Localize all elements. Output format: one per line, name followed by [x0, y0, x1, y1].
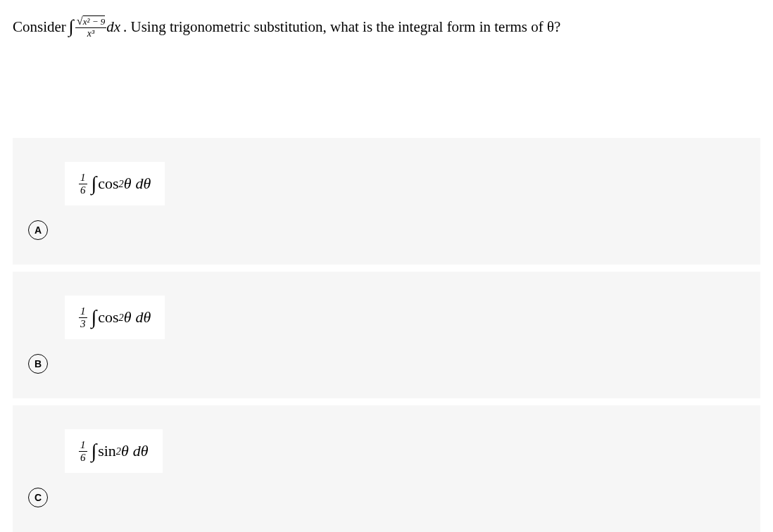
- sqrt-sign: √: [77, 15, 83, 27]
- integrand-fraction: √ x² − 9 x³: [75, 15, 106, 39]
- answer-option-b[interactable]: 1 3 ∫ cos2θ dθ B: [13, 272, 760, 398]
- question-suffix: . Using trigonometric substitution, what…: [123, 17, 560, 37]
- option-a-math: 1 6 ∫ cos2θ dθ: [65, 162, 165, 205]
- option-letter-c: C: [28, 488, 48, 507]
- integral-sign: ∫: [69, 14, 74, 39]
- question-stem: Consider ∫ √ x² − 9 x³ dx . Using trigon…: [13, 14, 760, 39]
- answer-list: 1 6 ∫ cos2θ dθ A 1 3 ∫ cos2θ dθ B 1 6 ∫: [13, 138, 760, 532]
- option-letter-a: A: [28, 220, 48, 240]
- option-c-fraction: 1 6: [79, 439, 87, 463]
- option-a-fraction: 1 6: [79, 172, 87, 196]
- option-b-fraction: 1 3: [79, 305, 87, 329]
- integral-sign: ∫: [92, 440, 97, 462]
- question-integral: ∫ √ x² − 9 x³ dx: [69, 14, 120, 39]
- sqrt-body: x² − 9: [83, 15, 105, 27]
- answer-option-a[interactable]: 1 6 ∫ cos2θ dθ A: [13, 138, 760, 265]
- question-prefix: Consider: [13, 17, 66, 37]
- answer-option-c[interactable]: 1 6 ∫ sin2θ dθ C: [13, 405, 760, 532]
- option-c-math: 1 6 ∫ sin2θ dθ: [65, 429, 163, 473]
- integrand-numerator: √ x² − 9: [75, 15, 106, 28]
- option-letter-b: B: [28, 354, 48, 374]
- dx: dx: [106, 17, 120, 37]
- option-b-math: 1 3 ∫ cos2θ dθ: [65, 296, 165, 339]
- integral-sign: ∫: [92, 306, 97, 329]
- integral-sign: ∫: [92, 172, 97, 195]
- integrand-denominator: x³: [86, 28, 96, 39]
